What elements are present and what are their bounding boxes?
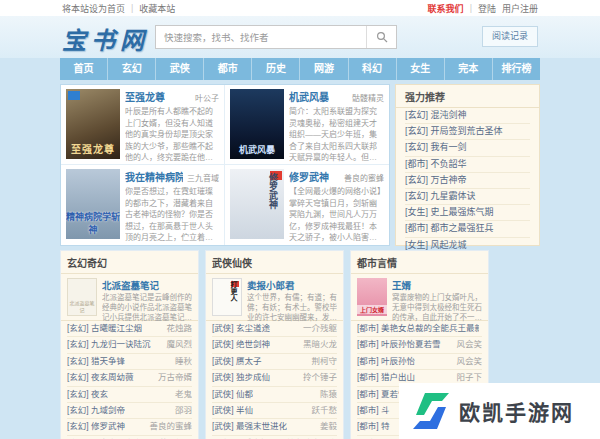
category-tag: [玄幻]: [67, 372, 89, 382]
favorite-link[interactable]: 收藏本站: [139, 2, 175, 15]
book-name: 万古神帝: [431, 175, 467, 185]
recommend-item[interactable]: [都市] 不负韶华: [405, 157, 530, 173]
book-cover[interactable]: 至强龙尊: [66, 89, 120, 159]
nav-item-wuxia[interactable]: 武侠: [155, 58, 203, 80]
section-wuxia: 武侠仙侠 打更人 卖报小郎君 这个世界，有儒；有道；有佛；有妖；有术士。警校毕业…: [205, 250, 344, 439]
search-input[interactable]: [156, 26, 366, 48]
book-row[interactable]: [玄幻] 修罗武神善良的蜜蜂: [67, 419, 192, 435]
book-row[interactable]: [玄幻] 九域剑帝邵羽: [67, 403, 192, 419]
main-content: 至强龙尊 至强龙尊 叶公子 叶辰是所有人都瞧不起的上门女婿，但没有人知道他的真实…: [60, 84, 540, 246]
book-row[interactable]: [武侠] 半仙跃千愁: [212, 403, 337, 419]
recommend-item[interactable]: [玄幻] 混沌剑神: [405, 108, 530, 124]
book-name: 我有一剑: [431, 142, 467, 152]
nav-item-xuanhuan[interactable]: 玄幻: [107, 58, 155, 80]
book-name: 叶辰孙怡: [381, 356, 415, 366]
book-row[interactable]: [都市] 美艳女总裁的全能兵王最新章节孤独的舞者: [357, 321, 482, 337]
recommend-item[interactable]: [女生] 史上最强炼气期: [405, 205, 530, 221]
book-name: 猎户出山: [381, 372, 415, 382]
category-tag: [玄幻]: [405, 191, 428, 201]
book-cover[interactable]: 上门女婿: [357, 278, 387, 316]
nav-item-home[interactable]: 首页: [60, 58, 107, 80]
book-row[interactable]: [都市] 叶辰孙怡夏若雪风会笑: [357, 337, 482, 353]
book-title-link[interactable]: 卖报小郎君: [247, 278, 337, 292]
nav-item-wanben[interactable]: 完本: [444, 58, 492, 80]
book-title-link[interactable]: 修罗武神: [289, 169, 329, 184]
category-tag: [玄幻]: [67, 421, 89, 431]
book-title-link[interactable]: 王婿: [392, 278, 482, 292]
book-name: 赝太子: [236, 356, 262, 366]
cover-title: 机武风暴: [230, 143, 284, 156]
main-nav: 首页 玄幻 武侠 都市 历史 网游 科幻 女生 完本 排行榜: [60, 58, 540, 80]
book-author: 骷髅精灵: [352, 92, 384, 103]
book-author: 跃千愁: [311, 403, 337, 418]
recommend-item[interactable]: [玄幻] 开局签到荒古圣体: [405, 124, 530, 140]
topbar: 将本站设为首页 | 收藏本站 联系我们 | 登陆 用户注册: [0, 0, 600, 16]
book-cover[interactable]: 机武风暴: [230, 89, 284, 159]
section-xuanhuan: 玄幻奇幻 北派盗墓笔记 北派盗墓笔记 北派盗墓笔记是云峰创作的经典的小说作品北派…: [60, 250, 199, 439]
book-title-link[interactable]: 我在精神病院学斩神: [125, 169, 183, 184]
search-box: [155, 25, 397, 49]
section-featured: 北派盗墓笔记 北派盗墓笔记 北派盗墓笔记是云峰创作的经典的小说作品北派盗墓笔记小…: [61, 274, 198, 321]
book-name: 猎天争锋: [91, 356, 125, 366]
recommend-item[interactable]: [都市] 都市之最强狂兵: [405, 221, 530, 237]
book-title-link[interactable]: 至强龙尊: [125, 89, 165, 104]
book-row[interactable]: [玄幻] 猎天争锋睡秋: [67, 354, 192, 370]
book-row[interactable]: [武侠] 赝太子荆柯守: [212, 354, 337, 370]
book-cover[interactable]: 打更人: [212, 278, 242, 316]
book-card: 机武风暴 机武风暴 骷髅精灵 简介：太阳系联盟为探究灵魂奥秘，秘密组建天才组织—…: [225, 85, 389, 165]
nav-item-wangyou[interactable]: 网游: [299, 58, 347, 80]
category-tag: [武侠]: [212, 405, 234, 415]
nav-item-nvsheng[interactable]: 女生: [396, 58, 444, 80]
book-cover[interactable]: 精神病院学斩神: [66, 169, 120, 239]
book-name: 不负韶华: [431, 159, 467, 169]
reading-record-button[interactable]: 阅读记录: [482, 26, 538, 47]
nav-item-ranking[interactable]: 排行榜: [492, 58, 540, 80]
recommend-item[interactable]: [玄幻] 万古神帝: [405, 173, 530, 189]
book-cover[interactable]: 北派盗墓笔记: [67, 278, 97, 316]
book-row[interactable]: [玄幻] 古曦暖江尘烟花烛路: [67, 321, 192, 337]
recommend-item[interactable]: [玄幻] 我有一剑: [405, 140, 530, 156]
category-tag: [都市]: [357, 389, 379, 399]
cover-title: 上门女婿: [357, 305, 387, 314]
book-row[interactable]: [玄幻] 夜玄老鬼: [67, 387, 192, 403]
book-author: 魔风烈: [166, 337, 192, 352]
book-author: 万古帝婿: [158, 370, 192, 385]
login-link[interactable]: 登陆: [478, 2, 496, 15]
corner-badge: [68, 91, 80, 100]
book-row[interactable]: [玄幻] 夜玄周幼薇万古帝婿: [67, 370, 192, 386]
book-author: 陈猿: [320, 387, 337, 402]
category-tag: [都市]: [357, 421, 379, 431]
book-author: 叶公子: [195, 92, 219, 103]
book-title-link[interactable]: 北派盗墓笔记: [102, 278, 192, 292]
book-name: 斗: [381, 405, 390, 415]
book-row[interactable]: [武侠] 玄尘道途一介残躯: [212, 321, 337, 337]
book-row[interactable]: [武侠] 仙都陈猿: [212, 387, 337, 403]
book-title-link[interactable]: 机武风暴: [289, 89, 329, 104]
book-author: 一介残躯: [303, 321, 337, 336]
book-name: 叶辰孙怡夏若雪: [381, 339, 441, 349]
book-row[interactable]: [玄幻] 九龙归一诀陆沉魔风烈: [67, 337, 192, 353]
nav-item-dushi[interactable]: 都市: [203, 58, 251, 80]
category-tag: [玄幻]: [67, 389, 89, 399]
book-card: 修罗武神 修罗武神 善良的蜜蜂 【全网最火爆的网络小说】掌碎天穹镇日月，剑斩幽冥…: [225, 165, 389, 245]
site-logo[interactable]: 宝书网: [62, 21, 149, 56]
book-row[interactable]: [武侠] 绝世剑神黑暗火龙: [212, 337, 337, 353]
set-home-link[interactable]: 将本站设为首页: [62, 2, 125, 15]
nav-item-lishi[interactable]: 历史: [251, 58, 299, 80]
register-link[interactable]: 用户注册: [502, 2, 538, 15]
book-author: 睡秋: [175, 354, 192, 369]
category-tag: [武侠]: [212, 339, 234, 349]
book-name: 特: [381, 421, 390, 431]
search-button[interactable]: [366, 26, 396, 48]
book-row[interactable]: [武侠] 最强末世进化姜毅: [212, 419, 337, 435]
book-cover[interactable]: 修罗武神: [230, 169, 284, 239]
recommend-item[interactable]: [玄幻] 九星霸体诀: [405, 189, 530, 205]
book-name: 九龙归一诀陆沉: [91, 339, 151, 349]
contact-link[interactable]: 联系我们: [428, 2, 464, 15]
nav-item-kehuan[interactable]: 科幻: [348, 58, 396, 80]
category-tag: [玄幻]: [405, 110, 428, 120]
book-row[interactable]: [都市] 叶辰孙怡风会笑: [357, 354, 482, 370]
featured-books-panel: 至强龙尊 至强龙尊 叶公子 叶辰是所有人都瞧不起的上门女婿，但没有人知道他的真实…: [60, 84, 390, 246]
book-author: 善良的蜜蜂: [149, 419, 192, 434]
book-row[interactable]: [武侠] 独步成仙拎个锤子: [212, 370, 337, 386]
